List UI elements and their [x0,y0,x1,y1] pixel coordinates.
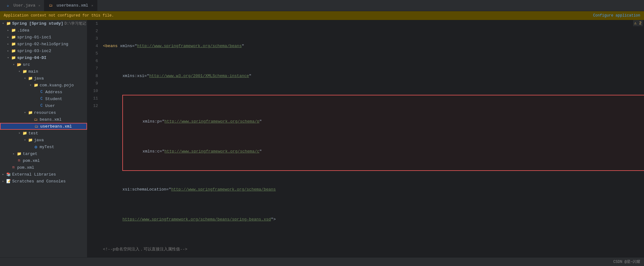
folder-icon: 📁 [11,56,16,60]
arrow-icon [1,179,6,183]
java2-label: java [34,138,44,143]
scratch-icon: 📝 [6,179,11,184]
code-line-2: xmlns:xsi="http://www.w3.org/2001/XMLSch… [103,72,644,80]
link-beans[interactable]: http://www.springframework.org/schema/be… [137,42,242,50]
spring02-label: spring-02-helloSpring [17,42,68,46]
code-line-6: https://www.springframework.org/schema/b… [103,216,644,223]
tab-close-userbeans[interactable]: ✕ [91,4,93,7]
java-class-icon: C [39,90,44,94]
arrow-icon [22,111,27,114]
scratches-label: Scratches and Consoles [12,179,66,184]
java-class-icon: C [39,104,44,108]
configure-link[interactable]: Configure application [593,13,640,18]
tag-beans: <beans [103,42,118,50]
spring01-label: spring-01-ioc1 [17,35,51,40]
folder-icon: 📁 [11,35,16,40]
editor-container: 1 2 3 4 5 6 7 8 9 10 11 12 <beans xmlns=… [87,20,644,257]
pom1-label: pom.xml [23,158,40,163]
sidebar-item-com-kuang-pojo[interactable]: 📁 com.kuang.pojo [0,82,87,89]
sidebar-item-project-root[interactable]: 📁 Spring [Spring study] D:\学习笔记 [0,20,87,27]
java-class-icon: ⚙ [33,144,39,150]
tab-close-user[interactable]: ✕ [38,4,40,7]
link-xsi[interactable]: http://www.w3.org/2001/XMLSchema-instanc… [149,72,249,80]
sidebar-item-pom2[interactable]: m pom.xml [0,164,87,171]
sidebar-item-spring01[interactable]: 📁 spring-01-ioc1 [0,34,87,41]
sidebar-item-main[interactable]: 📁 main [0,68,87,75]
sidebar-item-userbeans-xml[interactable]: 🗂 userbeans.xml [0,123,87,130]
folder-icon: 📁 [22,69,27,74]
target-label: target [23,152,37,156]
xml-icon: 🗂 [33,117,39,122]
code-editor[interactable]: <beans xmlns="http://www.springframework… [100,20,644,257]
module-icon: 📁 [6,21,11,26]
link-c[interactable]: http://www.springframework.org/schema/c [164,148,259,155]
status-bar: CSDN @星~闪耀 [0,257,644,266]
code-line-1: <beans xmlns="http://www.springframework… [103,42,644,50]
code-line-7: <!--p命名空间注入，可以直接注入属性值--> [103,246,644,253]
sidebar-item-idea[interactable]: 📁 .idea [0,27,87,34]
sidebar-item-spring04[interactable]: 📁 spring-04-DI [0,54,87,61]
pom-icon: m [11,165,16,170]
sidebar-item-target[interactable]: 📁 target [0,150,87,157]
sidebar-item-beans-xml[interactable]: 🗂 beans.xml [0,116,87,123]
sidebar-item-java2[interactable]: 📁 java [0,137,87,143]
tab-user-java[interactable]: ☕ User.java ✕ [1,0,44,11]
arrow-icon [17,131,22,135]
idea-label: .idea [17,28,29,33]
address-label: Address [45,90,62,94]
project-root-label: Spring [Spring study] [12,21,63,26]
java-class-icon: C [39,97,44,101]
sidebar-item-user[interactable]: C User [0,102,87,109]
sidebar-item-java[interactable]: 📁 java [0,75,87,82]
sidebar-item-pom1[interactable]: m pom.xml [0,157,87,164]
beans-xml-label: beans.xml [40,117,61,122]
folder-icon: 📁 [27,110,33,115]
xml-icon: 🗂 [48,3,54,8]
tab-userbeans-label: userbeans.xml [56,3,88,8]
sidebar-item-src[interactable]: 📂 src [0,61,87,68]
sidebar: 📁 Spring [Spring study] D:\学习笔记 📁 .idea … [0,20,87,257]
highlight-box: xmlns:p="http://www.springframework.org/… [122,95,644,171]
tab-bar: ☕ User.java ✕ 🗂 userbeans.xml ✕ [0,0,644,11]
pom-icon: m [16,158,22,163]
tab-user-java-label: User.java [13,3,35,8]
folder-icon: 📁 [33,83,39,88]
folder-icon: 📁 [11,49,16,53]
spring03-label: spring-03-ioc2 [17,49,51,53]
resources-label: resources [34,110,56,115]
notification-bar: Application context not configured for t… [0,11,644,20]
main-label: main [28,69,38,74]
sidebar-item-spring02[interactable]: 📁 spring-02-helloSpring [0,41,87,47]
arrow-icon [17,70,22,73]
link-schema[interactable]: http://www.springframework.org/schema/be… [171,186,276,193]
arrow-icon [22,138,27,142]
pojo-label: com.kuang.pojo [40,83,74,88]
ext-libraries-label: External Libraries [12,172,56,177]
sidebar-item-mytest[interactable]: ⚙ myTest [0,143,87,150]
sidebar-item-scratches[interactable]: 📝 Scratches and Consoles [0,178,87,185]
sidebar-item-address[interactable]: C Address [0,89,87,95]
sidebar-item-ext-libraries[interactable]: 📚 External Libraries [0,171,87,178]
folder-icon: 📁 [22,131,27,136]
arrow-icon [6,42,11,46]
xml-icon: 🗂 [34,124,39,129]
notification-message: Application context not configured for t… [4,13,114,18]
pom2-label: pom.xml [17,165,34,170]
arrow-icon [11,152,16,156]
editor-inner[interactable]: 1 2 3 4 5 6 7 8 9 10 11 12 <beans xmlns=… [87,20,644,257]
arrow-icon [22,76,27,80]
java-label: java [34,76,44,81]
folder-icon: 📁 [11,28,16,33]
arrow-icon [6,28,11,32]
arrow-icon [6,49,11,53]
link-spring-beans-xsd[interactable]: https://www.springframework.org/schema/b… [122,216,271,223]
spring04-label: spring-04-DI [17,56,46,60]
test-label: test [28,131,38,136]
sidebar-item-resources[interactable]: 📁 resources [0,109,87,116]
userbeans-xml-label: userbeans.xml [40,124,72,129]
link-p[interactable]: http://www.springframework.org/schema/p [164,118,259,125]
sidebar-item-test[interactable]: 📁 test [0,130,87,137]
sidebar-item-student[interactable]: C Student [0,95,87,102]
sidebar-item-spring03[interactable]: 📁 spring-03-ioc2 [0,47,87,54]
tab-userbeans-xml[interactable]: 🗂 userbeans.xml ✕ [44,0,97,11]
